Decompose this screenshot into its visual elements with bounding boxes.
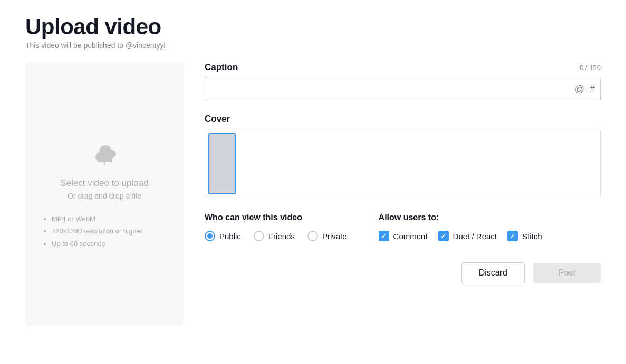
upload-requirements: MP4 or WebM 720x1280 resolution or highe… xyxy=(41,213,142,250)
action-row: Discard Post xyxy=(205,262,601,283)
radio-friends[interactable]: Friends xyxy=(254,231,295,241)
checkbox-group: Comment Duet / React Stitch xyxy=(379,231,542,241)
at-icon[interactable]: @ xyxy=(575,84,584,95)
caption-char-count: 0 / 150 xyxy=(580,64,601,72)
page-container: Upload video This video will be publishe… xyxy=(0,0,626,340)
caption-input-wrapper[interactable]: @ # xyxy=(205,77,601,101)
checkbox-comment-box[interactable] xyxy=(379,231,389,241)
checkbox-duet-react-box[interactable] xyxy=(438,231,449,241)
caption-input[interactable] xyxy=(210,85,575,93)
radio-private-circle[interactable] xyxy=(307,231,318,241)
hash-icon[interactable]: # xyxy=(590,84,595,95)
checkbox-duet-react-label: Duet / React xyxy=(453,232,497,241)
cover-strip[interactable] xyxy=(205,130,601,198)
checkbox-stitch[interactable]: Stitch xyxy=(507,231,542,241)
main-content: Select video to upload Or drag and drop … xyxy=(25,62,601,326)
right-panel: Caption 0 / 150 @ # Cover xyxy=(205,62,601,326)
upload-area[interactable]: Select video to upload Or drag and drop … xyxy=(25,62,184,326)
caption-section: Caption 0 / 150 @ # xyxy=(205,62,601,101)
radio-friends-label: Friends xyxy=(268,232,295,241)
checkbox-comment[interactable]: Comment xyxy=(379,231,428,241)
caption-header: Caption 0 / 150 xyxy=(205,62,601,73)
who-can-view-title: Who can view this video xyxy=(205,213,347,222)
caption-label: Caption xyxy=(205,62,238,73)
upload-main-text: Select video to upload xyxy=(60,178,148,189)
cover-label: Cover xyxy=(205,114,601,124)
radio-public-circle[interactable] xyxy=(205,231,215,241)
radio-private[interactable]: Private xyxy=(307,231,347,241)
upload-req-1: MP4 or WebM xyxy=(52,213,142,225)
caption-icons: @ # xyxy=(575,84,595,95)
post-button[interactable]: Post xyxy=(533,263,601,283)
radio-public[interactable]: Public xyxy=(205,231,241,241)
radio-group: Public Friends Private xyxy=(205,231,347,241)
cover-thumbnail[interactable] xyxy=(208,133,236,194)
radio-friends-circle[interactable] xyxy=(254,231,264,241)
checkbox-duet-react[interactable]: Duet / React xyxy=(438,231,497,241)
checkbox-comment-label: Comment xyxy=(393,232,428,241)
cover-section: Cover xyxy=(205,114,601,198)
permissions-section: Who can view this video Public Friends xyxy=(205,213,601,241)
allow-users-title: Allow users to: xyxy=(379,213,542,222)
checkbox-stitch-box[interactable] xyxy=(507,231,518,241)
upload-req-2: 720x1280 resolution or higher xyxy=(52,225,142,237)
radio-public-label: Public xyxy=(219,232,241,241)
discard-button[interactable]: Discard xyxy=(461,262,525,283)
checkbox-stitch-label: Stitch xyxy=(522,232,542,241)
who-can-view-group: Who can view this video Public Friends xyxy=(205,213,347,241)
page-subtitle: This video will be published to @vincent… xyxy=(25,41,601,50)
page-title: Upload video xyxy=(25,15,601,39)
allow-users-group: Allow users to: Comment Duet / React xyxy=(379,213,542,241)
upload-sub-text: Or drag and drop a file xyxy=(68,192,141,200)
upload-cloud-icon xyxy=(89,138,120,170)
upload-req-3: Up to 60 seconds xyxy=(52,238,142,250)
radio-private-label: Private xyxy=(322,232,347,241)
